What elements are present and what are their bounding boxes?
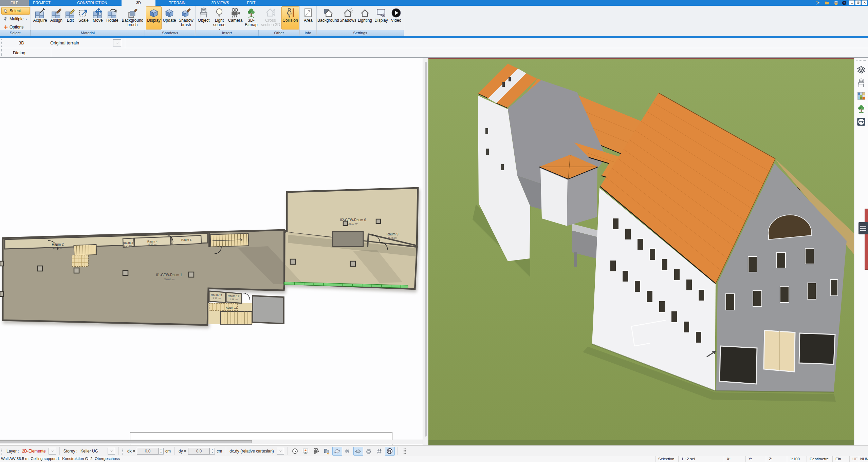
close-button[interactable] bbox=[862, 0, 867, 5]
tab-3d[interactable]: 3D bbox=[122, 0, 155, 6]
multiple-button[interactable]: Multiple▾ bbox=[1, 15, 30, 23]
side-panel-grip[interactable] bbox=[858, 222, 868, 234]
room-area: 4.37 m² bbox=[148, 243, 156, 246]
tab-terrain[interactable]: TERRAIN bbox=[165, 0, 189, 6]
ribbon-group-material: Acquire Assign Edit Scale Move Rotate Ba… bbox=[31, 6, 145, 36]
move-button[interactable]: Move bbox=[91, 6, 105, 30]
area-label: Area bbox=[304, 18, 312, 23]
settings-lighting-label: Lighting bbox=[358, 18, 372, 23]
toolbar-grip[interactable] bbox=[1, 49, 3, 56]
layer-value[interactable]: 2D-Elemente bbox=[22, 449, 46, 454]
furniture-chair-icon[interactable] bbox=[856, 78, 866, 88]
ceiling-visibility-toggle[interactable] bbox=[353, 447, 363, 456]
help-icon[interactable] bbox=[842, 0, 847, 5]
settings-display-button[interactable]: Display bbox=[373, 6, 389, 30]
area-button[interactable]: Area bbox=[300, 6, 316, 30]
tools-icon[interactable] bbox=[815, 0, 821, 5]
object-label: Object bbox=[198, 18, 210, 23]
settings-lighting-button[interactable]: Lighting bbox=[357, 6, 373, 30]
rotate-button[interactable]: Rotate bbox=[105, 6, 120, 30]
shadow-brush-button[interactable]: Shadow brush bbox=[177, 6, 195, 30]
shadow-display-button[interactable]: Display bbox=[146, 6, 162, 30]
toolbar-overflow-button[interactable] bbox=[400, 447, 410, 456]
scrollbar-thumb[interactable] bbox=[425, 62, 427, 437]
layers-icon[interactable] bbox=[856, 65, 866, 75]
select-button[interactable]: Select bbox=[1, 7, 30, 15]
divider bbox=[226, 447, 226, 455]
storey-value[interactable]: Keller UG bbox=[80, 449, 98, 454]
divider bbox=[59, 447, 60, 455]
settings-shadows-label: Shadows bbox=[339, 18, 356, 23]
tab-project[interactable]: PROJECT bbox=[31, 0, 53, 6]
light-source-button[interactable]: Light source▾ bbox=[211, 6, 227, 30]
multiple-select-icon bbox=[3, 17, 8, 21]
camera-views-button[interactable] bbox=[311, 447, 321, 456]
minimize-button[interactable] bbox=[849, 0, 854, 5]
toolbar-grip[interactable] bbox=[122, 448, 124, 455]
chevron-down-icon bbox=[109, 449, 113, 453]
ribbon-tab-bar: FILE PROJECT CONSTRUCTION 3D TERRAIN 2D … bbox=[0, 0, 868, 6]
scale-button[interactable]: Scale bbox=[76, 6, 91, 30]
dy-stepper[interactable]: ▲▼ bbox=[210, 448, 215, 455]
dy-input[interactable] bbox=[188, 448, 210, 455]
cross-section-3d-label: Cross section 3D bbox=[260, 18, 281, 27]
bitmap-3d-button[interactable]: 3D-Bitmap bbox=[243, 6, 259, 30]
remote-support-icon[interactable] bbox=[856, 117, 866, 127]
objects-visibility-button[interactable] bbox=[322, 447, 332, 456]
toolbar-grip[interactable] bbox=[1, 39, 3, 47]
time-settings-button[interactable] bbox=[290, 447, 300, 456]
tab-file[interactable]: FILE bbox=[0, 0, 29, 6]
side-panel-handle-bar[interactable] bbox=[865, 209, 868, 270]
camera-button[interactable]: Camera bbox=[227, 6, 243, 30]
render-3d-view[interactable] bbox=[428, 58, 854, 445]
view-selector-dropdown-button[interactable] bbox=[113, 39, 121, 46]
object-button[interactable]: Object bbox=[196, 6, 211, 30]
dx-input[interactable] bbox=[137, 448, 159, 455]
toolbar-grip[interactable] bbox=[1, 448, 3, 455]
storey-dropdown-button[interactable] bbox=[108, 448, 115, 455]
ribbon-group-other: Cross section 3D Collision Other bbox=[259, 6, 300, 36]
room-label: Raum 13 bbox=[226, 306, 238, 309]
acquire-material-icon bbox=[35, 7, 45, 18]
materials-palette-icon[interactable] bbox=[856, 91, 866, 101]
coordinate-mode-value[interactable]: dx,dy (relative cartesian) bbox=[229, 449, 274, 454]
plants-tree-icon[interactable] bbox=[856, 104, 866, 114]
floor-plan-view[interactable]: Raum 2 25.68 m² Raum 3 1.34 m² Raum 4 4.… bbox=[0, 58, 423, 445]
beams-visibility-toggle[interactable] bbox=[343, 447, 353, 456]
tab-2d-views[interactable]: 2D VIEWS bbox=[208, 0, 233, 6]
options-button[interactable]: Options bbox=[1, 23, 30, 31]
scrollbar-thumb[interactable] bbox=[0, 440, 252, 443]
foundation-visibility-toggle[interactable] bbox=[364, 447, 374, 456]
roof-visibility-toggle[interactable] bbox=[332, 447, 342, 456]
collision-button[interactable]: Collision bbox=[281, 6, 299, 30]
num-indicator: NUM bbox=[859, 456, 868, 462]
assign-button[interactable]: Assign bbox=[49, 6, 64, 30]
horizontal-scrollbar[interactable] bbox=[0, 440, 423, 444]
divider bbox=[397, 447, 398, 455]
dx-stepper[interactable]: ▲▼ bbox=[159, 448, 164, 455]
north-arrow-toggle[interactable] bbox=[385, 447, 395, 456]
background-brush-button[interactable]: Background brush bbox=[120, 6, 145, 30]
grid-toggle[interactable] bbox=[374, 447, 384, 456]
shadow-update-button[interactable]: Update bbox=[162, 6, 177, 30]
background-brush-icon bbox=[127, 7, 138, 18]
restore-button[interactable] bbox=[855, 0, 861, 5]
tab-construction[interactable]: CONSTRUCTION bbox=[75, 0, 109, 6]
rotate-icon bbox=[107, 7, 118, 18]
settings-shadows-button[interactable]: Shadows bbox=[339, 6, 357, 30]
library-icon[interactable] bbox=[824, 0, 830, 5]
tab-edit[interactable]: EDIT bbox=[244, 0, 259, 6]
settings-background-button[interactable]: Background bbox=[317, 6, 339, 30]
layer-dropdown-button[interactable] bbox=[49, 448, 56, 455]
vertical-scrollbar[interactable] bbox=[423, 58, 428, 445]
edit-button[interactable]: Edit bbox=[64, 6, 76, 30]
acquire-button[interactable]: Acquire bbox=[32, 6, 49, 30]
display-settings-button[interactable] bbox=[301, 447, 311, 456]
coordinate-mode-dropdown-button[interactable] bbox=[277, 448, 284, 455]
print-icon[interactable] bbox=[833, 0, 839, 5]
close-icon bbox=[863, 1, 866, 4]
view-selector-value[interactable]: Original terrain bbox=[50, 40, 79, 45]
video-button[interactable]: Video bbox=[389, 6, 403, 30]
toolbar-grip[interactable] bbox=[856, 60, 866, 62]
room-area: 11.96 m² bbox=[388, 237, 397, 239]
